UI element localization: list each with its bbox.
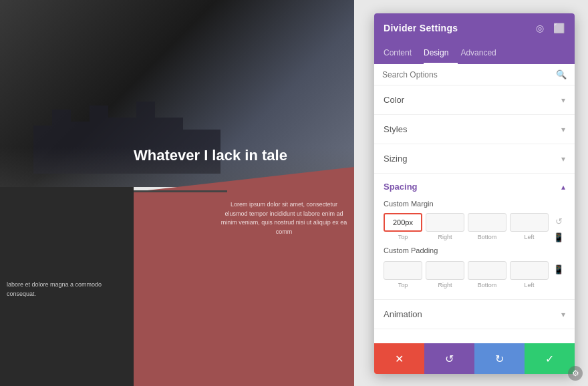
search-bar: 🔍: [374, 64, 575, 85]
search-input[interactable]: [382, 70, 556, 79]
padding-right-label: Right: [438, 282, 452, 288]
padding-top-label: Top: [398, 282, 408, 288]
margin-reset-icon[interactable]: ↺: [552, 214, 565, 228]
panel-title: Divider Settings: [384, 23, 458, 33]
settings-icon[interactable]: ◎: [533, 21, 547, 35]
padding-top-group: Top: [384, 261, 422, 288]
padding-bottom-input[interactable]: [468, 261, 506, 280]
divider-line-element: [134, 190, 227, 192]
search-icon: 🔍: [556, 69, 567, 79]
margin-inputs: Top Right Bottom Left ↺ 📱: [384, 213, 565, 244]
tab-advanced[interactable]: Advanced: [460, 43, 505, 64]
redo-button[interactable]: ↻: [474, 343, 525, 374]
padding-device-icon[interactable]: 📱: [552, 262, 565, 276]
padding-left-input[interactable]: [510, 261, 549, 280]
padding-right-input[interactable]: [426, 261, 464, 280]
margin-right-input[interactable]: [426, 213, 464, 232]
styles-chevron-icon: ▾: [561, 125, 565, 134]
panel-header: Divider Settings ◎ ⬜: [374, 13, 575, 43]
margin-top-input[interactable]: [384, 213, 422, 232]
margin-bottom-label: Bottom: [478, 234, 497, 240]
margin-top-group: Top: [384, 213, 422, 240]
section-color[interactable]: Color ▾: [374, 85, 575, 115]
custom-margin-label: Custom Margin: [384, 200, 565, 208]
corner-gear-icon[interactable]: ⚙: [568, 366, 583, 381]
margin-bottom-input[interactable]: [468, 213, 506, 232]
margin-bottom-group: Bottom: [468, 213, 506, 240]
spacing-chevron-icon: ▴: [561, 182, 565, 192]
animation-label: Animation: [384, 309, 422, 319]
tab-design[interactable]: Design: [424, 43, 458, 64]
styles-label: Styles: [384, 124, 407, 134]
sizing-chevron-icon: ▾: [561, 154, 565, 164]
expand-icon[interactable]: ⬜: [552, 21, 565, 35]
section-animation[interactable]: Animation ▾: [374, 300, 575, 329]
section-styles[interactable]: Styles ▾: [374, 115, 575, 144]
settings-panel: Divider Settings ◎ ⬜ Content Design Adva…: [374, 13, 575, 374]
color-label: Color: [384, 95, 404, 105]
cancel-button[interactable]: ✕: [374, 343, 424, 374]
padding-inputs: Top Right Bottom Left 📱: [384, 261, 565, 288]
margin-left-input[interactable]: [510, 213, 549, 232]
section-sizing[interactable]: Sizing ▾: [374, 144, 575, 174]
padding-top-input[interactable]: [384, 261, 422, 280]
sizing-label: Sizing: [384, 154, 407, 164]
padding-right-group: Right: [426, 261, 464, 288]
margin-right-label: Right: [438, 234, 452, 240]
canvas-body-text: Lorem ipsum dolor sit amet, consectetur …: [220, 200, 347, 236]
panel-footer: ✕ ↺ ↻ ✓: [374, 343, 575, 374]
animation-chevron-icon: ▾: [561, 310, 565, 319]
margin-left-group: Left: [510, 213, 549, 240]
spacing-header[interactable]: Spacing ▴: [384, 182, 565, 192]
padding-bottom-label: Bottom: [478, 282, 497, 288]
custom-padding-label: Custom Padding: [384, 246, 565, 254]
margin-top-label: Top: [398, 234, 408, 240]
panel-tabs: Content Design Advanced: [374, 43, 575, 64]
padding-bottom-group: Bottom: [468, 261, 506, 288]
panel-body: Color ▾ Styles ▾ Sizing ▾ Spacing ▴ Cust…: [374, 85, 575, 343]
canvas-left-text: labore et dolore magna a commodo consequ…: [7, 280, 127, 299]
margin-device-icon[interactable]: 📱: [552, 230, 565, 244]
color-chevron-icon: ▾: [561, 95, 565, 105]
save-button[interactable]: ✓: [525, 343, 575, 374]
panel-header-icons: ◎ ⬜: [533, 21, 565, 35]
margin-action-icons: ↺ 📱: [552, 213, 565, 244]
canvas-title-text: Whatever I lack in tale: [134, 147, 287, 164]
spacing-label: Spacing: [384, 182, 418, 192]
reset-button[interactable]: ↺: [424, 343, 474, 374]
margin-left-label: Left: [524, 234, 534, 240]
padding-action-icons: 📱: [552, 261, 565, 276]
padding-left-label: Left: [524, 282, 534, 288]
margin-right-group: Right: [426, 213, 464, 240]
tab-content[interactable]: Content: [384, 43, 421, 64]
section-spacing: Spacing ▴ Custom Margin Top Right Bottom: [374, 174, 575, 300]
padding-left-group: Left: [510, 261, 549, 288]
